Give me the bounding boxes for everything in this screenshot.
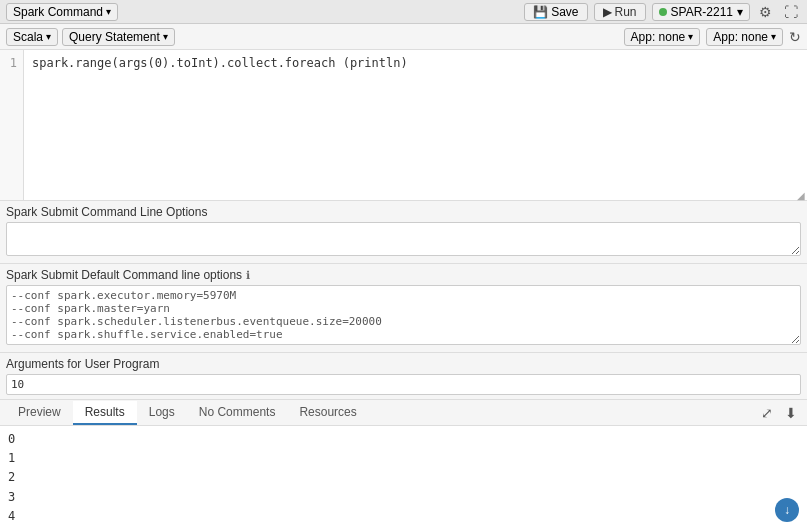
top-bar: Spark Command 💾 Save ▶ Run SPAR-2211 ▾ ⚙… bbox=[0, 0, 807, 24]
tab-results[interactable]: Results bbox=[73, 401, 137, 425]
args-label: Arguments for User Program bbox=[6, 357, 801, 371]
tabs-left: Preview Results Logs No Comments Resourc… bbox=[6, 401, 369, 424]
spark-command-label: Spark Command bbox=[13, 5, 103, 19]
language-selectors: Scala Query Statement bbox=[6, 28, 175, 46]
app-selectors: App: none App: none ↻ bbox=[624, 28, 801, 46]
language-label: Scala bbox=[13, 30, 43, 44]
app1-label: App: none bbox=[631, 30, 686, 44]
tab-resources[interactable]: Resources bbox=[287, 401, 368, 425]
maximize-results-button[interactable]: ⤢ bbox=[757, 403, 777, 423]
app2-dropdown[interactable]: App: none bbox=[706, 28, 783, 46]
code-input[interactable]: spark.range(args(0).toInt).collect.forea… bbox=[24, 50, 807, 200]
spark-default-cmd-input[interactable] bbox=[6, 285, 801, 345]
run-icon: ▶ bbox=[603, 5, 612, 19]
save-button[interactable]: 💾 Save bbox=[524, 3, 587, 21]
result-line: 5 bbox=[8, 526, 799, 530]
tabs-right: ⤢ ⬇ bbox=[757, 403, 801, 423]
tab-no-comments[interactable]: No Comments bbox=[187, 401, 288, 425]
refresh-button[interactable]: ↻ bbox=[789, 29, 801, 45]
query-type-label: Query Statement bbox=[69, 30, 160, 44]
scroll-to-bottom-button[interactable]: ↓ bbox=[775, 498, 799, 522]
args-section: Arguments for User Program bbox=[0, 353, 807, 400]
cluster-status[interactable]: SPAR-2211 ▾ bbox=[652, 3, 750, 21]
args-input[interactable] bbox=[6, 374, 801, 395]
language-dropdown[interactable]: Scala bbox=[6, 28, 58, 46]
resize-handle[interactable]: ◢ bbox=[797, 190, 807, 200]
tabs-bar: Preview Results Logs No Comments Resourc… bbox=[0, 400, 807, 426]
run-button[interactable]: ▶ Run bbox=[594, 3, 646, 21]
cluster-label: SPAR-2211 bbox=[671, 5, 733, 19]
chevron-down-icon: ▾ bbox=[737, 5, 743, 19]
line-numbers: 1 bbox=[0, 50, 24, 200]
tab-preview[interactable]: Preview bbox=[6, 401, 73, 425]
tab-logs[interactable]: Logs bbox=[137, 401, 187, 425]
app1-dropdown[interactable]: App: none bbox=[624, 28, 701, 46]
spark-submit-cmd-input[interactable] bbox=[6, 222, 801, 256]
spark-submit-cmd-label: Spark Submit Command Line Options bbox=[6, 205, 801, 219]
results-content: 0 1 2 3 4 5 6 7 8 9 ↓ bbox=[0, 426, 807, 530]
spark-default-cmd-label: Spark Submit Default Command line option… bbox=[6, 268, 801, 282]
result-line: 2 bbox=[8, 468, 799, 487]
help-icon[interactable]: ℹ bbox=[246, 269, 250, 282]
result-line: 0 bbox=[8, 430, 799, 449]
bottom-panel: Preview Results Logs No Comments Resourc… bbox=[0, 400, 807, 530]
code-editor: 1 spark.range(args(0).toInt).collect.for… bbox=[0, 50, 807, 201]
app2-label: App: none bbox=[713, 30, 768, 44]
result-line: 1 bbox=[8, 449, 799, 468]
result-line: 3 bbox=[8, 488, 799, 507]
spark-submit-cmd-section: Spark Submit Command Line Options bbox=[0, 201, 807, 264]
main-content: 1 spark.range(args(0).toInt).collect.for… bbox=[0, 50, 807, 530]
save-icon: 💾 bbox=[533, 5, 548, 19]
result-line: 4 bbox=[8, 507, 799, 526]
spark-default-cmd-section: Spark Submit Default Command line option… bbox=[0, 264, 807, 353]
top-bar-left: Spark Command bbox=[6, 3, 118, 21]
second-bar: Scala Query Statement App: none App: non… bbox=[0, 24, 807, 50]
expand-icon-button[interactable]: ⛶ bbox=[781, 3, 801, 21]
status-dot bbox=[659, 8, 667, 16]
settings-icon-button[interactable]: ⚙ bbox=[756, 3, 775, 21]
top-bar-right: 💾 Save ▶ Run SPAR-2211 ▾ ⚙ ⛶ bbox=[524, 3, 801, 21]
query-type-dropdown[interactable]: Query Statement bbox=[62, 28, 175, 46]
download-results-button[interactable]: ⬇ bbox=[781, 403, 801, 423]
spark-command-dropdown[interactable]: Spark Command bbox=[6, 3, 118, 21]
